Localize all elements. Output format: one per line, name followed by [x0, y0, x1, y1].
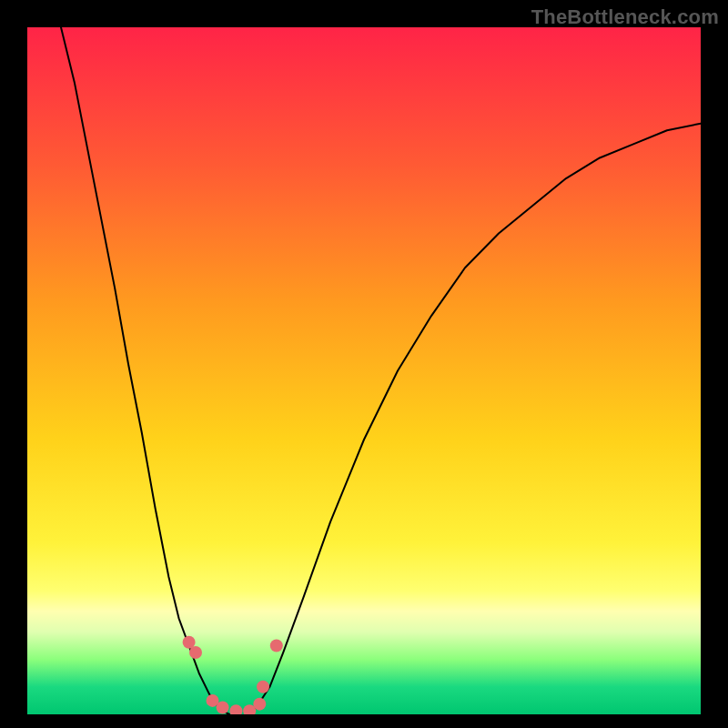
stage: TheBottleneck.com — [0, 0, 728, 728]
data-marker — [257, 681, 269, 693]
chart-background — [27, 27, 701, 714]
data-marker — [189, 646, 202, 659]
data-marker — [217, 701, 229, 713]
chart-svg — [27, 27, 701, 714]
data-marker — [253, 698, 266, 711]
data-marker — [270, 640, 283, 652]
watermark-text: TheBottleneck.com — [531, 5, 719, 29]
